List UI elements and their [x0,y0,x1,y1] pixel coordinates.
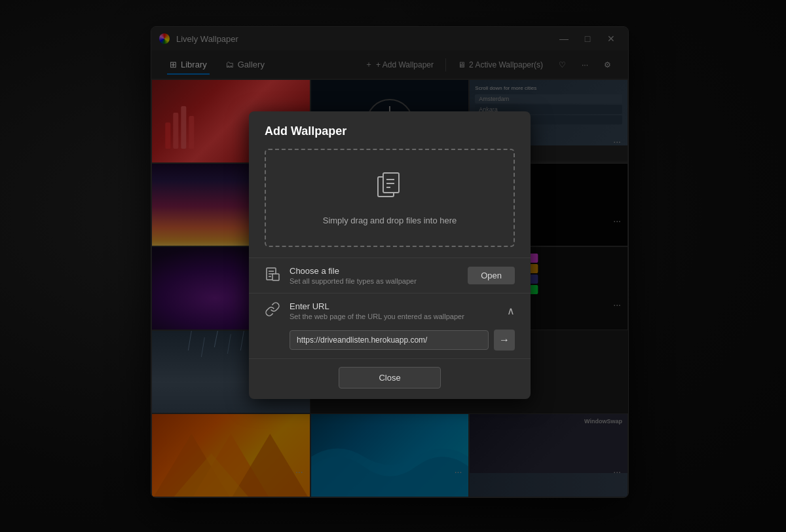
file-icon [265,266,280,285]
drop-text: Simply drag and drop files into here [323,216,457,225]
enter-url-row: Enter URL Set the web page of the URL yo… [249,293,531,358]
choose-file-row: Choose a file Set all supported file typ… [249,257,531,293]
enter-url-label: Enter URL [290,301,498,311]
modal-header: Add Wallpaper [249,111,531,149]
url-input[interactable] [290,330,489,350]
choose-file-sublabel: Set all supported file types as wallpape… [290,277,458,285]
close-modal-button[interactable]: Close [339,367,440,389]
add-wallpaper-modal: Add Wallpaper Simply drag and drop files… [249,111,531,399]
drop-zone[interactable]: Simply drag and drop files into here [265,149,515,247]
open-file-button[interactable]: Open [468,267,515,284]
drop-files-icon [374,170,405,208]
svg-rect-86 [272,274,279,280]
enter-url-sublabel: Set the web page of the URL you entered … [290,313,498,320]
choose-file-text: Choose a file Set all supported file typ… [290,266,458,285]
enter-url-text: Enter URL Set the web page of the URL yo… [290,301,498,320]
url-go-button[interactable]: → [494,330,515,351]
modal-footer: Close [249,358,531,399]
link-icon [265,301,280,320]
choose-file-label: Choose a file [290,266,458,276]
url-row-header: Enter URL Set the web page of the URL yo… [265,301,515,320]
modal-title: Add Wallpaper [265,124,515,138]
url-input-row: → [265,330,515,351]
url-collapse-button[interactable]: ∧ [507,305,515,317]
